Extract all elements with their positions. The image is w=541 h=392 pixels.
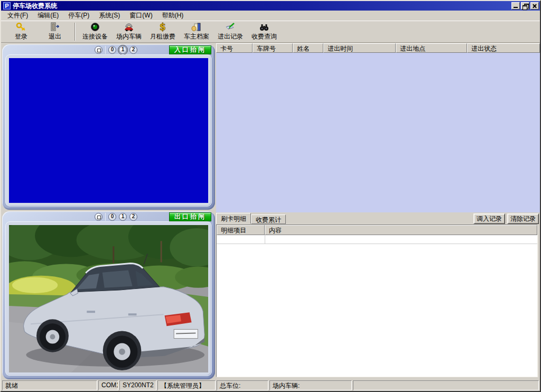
status-device-model: SY200NT2 bbox=[119, 380, 156, 390]
controls-separator bbox=[105, 213, 106, 221]
record-pen-icon bbox=[225, 22, 236, 32]
toolbar-separator bbox=[74, 23, 76, 41]
restore-icon[interactable] bbox=[521, 2, 529, 10]
menu-edit[interactable]: 编辑(E) bbox=[33, 10, 63, 21]
monthly-fee-button[interactable]: $ 月租缴费 bbox=[146, 22, 180, 42]
exit-camera-panel: 0 1 2 出口抬闸 bbox=[2, 211, 215, 379]
records-body bbox=[216, 53, 540, 212]
toolbar-label: 车主档案 bbox=[184, 32, 209, 41]
key-icon bbox=[16, 22, 26, 32]
entry-video-feed bbox=[9, 58, 208, 203]
toolbar-label: 场内车辆 bbox=[116, 32, 142, 41]
car-photo bbox=[9, 225, 208, 372]
entry-gate-open-button[interactable]: 入口抬闸 bbox=[169, 45, 211, 54]
column-header-name[interactable]: 姓名 bbox=[293, 43, 323, 53]
close-icon[interactable] bbox=[530, 2, 539, 10]
camera-lens-icon bbox=[90, 22, 100, 32]
status-empty bbox=[353, 380, 539, 390]
menu-system[interactable]: 系统(S) bbox=[94, 10, 125, 21]
monitor-square-button[interactable] bbox=[95, 213, 102, 221]
status-total-spaces: 总车位: bbox=[217, 380, 268, 390]
status-com-port: COM1 bbox=[98, 380, 118, 390]
exit-gate-open-button[interactable]: 出口抬闸 bbox=[169, 212, 211, 221]
menu-bar: 文件(F) 编辑(E) 停车(P) 系统(S) 窗口(W) 帮助(H) bbox=[1, 11, 540, 21]
toolbar-label: 月租缴费 bbox=[150, 32, 175, 41]
login-button[interactable]: 登录 bbox=[4, 22, 38, 42]
exit-door-icon bbox=[50, 22, 60, 32]
onsite-vehicles-button[interactable]: 场内车辆 bbox=[112, 22, 146, 42]
cell-divider bbox=[265, 235, 265, 244]
column-header-status[interactable]: 进出状态 bbox=[467, 43, 540, 53]
column-header-time[interactable]: 进出时间 bbox=[323, 43, 396, 53]
status-bar: 就绪 COM1 SY200NT2 【系统管理员】 总车位: 场内车辆: bbox=[1, 379, 540, 391]
minimize-icon[interactable] bbox=[511, 2, 520, 10]
detail-header-row: 明细项目 内容 bbox=[217, 225, 537, 235]
column-header-detail-item[interactable]: 明细项目 bbox=[217, 225, 265, 235]
detail-empty-row bbox=[217, 235, 537, 244]
swipe-detail-table: 明细项目 内容 bbox=[216, 225, 538, 377]
toolbar-label: 收费查询 bbox=[251, 32, 277, 41]
menu-help[interactable]: 帮助(H) bbox=[157, 10, 189, 21]
exit-video-frame bbox=[5, 221, 212, 376]
load-records-button[interactable]: 调入记录 bbox=[473, 213, 505, 224]
column-header-location[interactable]: 进出地点 bbox=[396, 43, 467, 53]
monitor-square-button[interactable] bbox=[95, 46, 102, 54]
tab-fee-total[interactable]: 收费累计 bbox=[251, 214, 286, 224]
monitor-0-button[interactable]: 0 bbox=[108, 213, 116, 221]
window-title: 停车场收费系统 bbox=[13, 2, 510, 11]
toolbar: 登录 退出 连接设备 bbox=[1, 21, 540, 43]
clear-records-button[interactable]: 清除记录 bbox=[507, 213, 539, 224]
status-onsite-count: 场内车辆: bbox=[269, 380, 352, 390]
controls-separator bbox=[105, 46, 106, 54]
toolbar-label: 连接设备 bbox=[82, 32, 108, 41]
fee-query-button[interactable]: 收费查询 bbox=[247, 22, 281, 42]
detail-tab-strip: 刷卡明细 收费累计 调入记录 清除记录 bbox=[216, 212, 539, 225]
svg-text:$: $ bbox=[160, 22, 166, 32]
records-header-row: 卡号 车牌号 姓名 进出时间 进出地点 进出状态 bbox=[216, 43, 540, 53]
column-header-card-no[interactable]: 卡号 bbox=[216, 43, 253, 53]
binoculars-icon bbox=[259, 22, 269, 32]
column-header-content[interactable]: 内容 bbox=[265, 225, 537, 235]
menu-window[interactable]: 窗口(W) bbox=[125, 10, 157, 21]
toolbar-label: 退出 bbox=[49, 32, 61, 41]
owner-files-button[interactable]: 车主档案 bbox=[180, 22, 213, 42]
dollar-icon: $ bbox=[157, 22, 168, 32]
exit-video-feed bbox=[9, 225, 208, 372]
menu-park[interactable]: 停车(P) bbox=[63, 10, 94, 21]
monitor-2-button[interactable]: 2 bbox=[129, 46, 137, 54]
menu-file[interactable]: 文件(F) bbox=[3, 10, 33, 21]
status-ready: 就绪 bbox=[2, 380, 97, 390]
column-header-plate-no[interactable]: 车牌号 bbox=[253, 43, 293, 53]
entry-video-frame bbox=[5, 54, 212, 207]
entry-camera-panel: 0 1 2 入口抬闸 bbox=[2, 44, 215, 210]
connect-device-button[interactable]: 连接设备 bbox=[78, 22, 112, 42]
title-bar: P 停车场收费系统 bbox=[1, 1, 540, 11]
monitor-2-button[interactable]: 2 bbox=[129, 213, 137, 221]
monitor-1-button[interactable]: 1 bbox=[119, 46, 127, 54]
app-window: P 停车场收费系统 文件(F) 编辑(E) 停车(P) 系统(S) 窗口(W) … bbox=[0, 0, 541, 392]
monitor-0-button[interactable]: 0 bbox=[108, 46, 116, 54]
inout-records-button[interactable]: 进出记录 bbox=[213, 22, 247, 42]
app-icon: P bbox=[3, 2, 11, 10]
exit-camera-controls: 0 1 2 出口抬闸 bbox=[2, 212, 215, 221]
quit-button[interactable]: 退出 bbox=[38, 22, 72, 42]
inout-records-table: 卡号 车牌号 姓名 进出时间 进出地点 进出状态 bbox=[216, 43, 540, 212]
files-icon bbox=[191, 22, 202, 32]
monitor-1-button[interactable]: 1 bbox=[119, 213, 127, 221]
toolbar-label: 登录 bbox=[15, 32, 27, 41]
tab-swipe-detail[interactable]: 刷卡明细 bbox=[216, 213, 251, 224]
status-operator: 【系统管理员】 bbox=[157, 380, 216, 390]
entry-camera-controls: 0 1 2 入口抬闸 bbox=[2, 45, 215, 54]
vehicle-icon bbox=[124, 22, 134, 32]
toolbar-label: 进出记录 bbox=[218, 32, 243, 41]
